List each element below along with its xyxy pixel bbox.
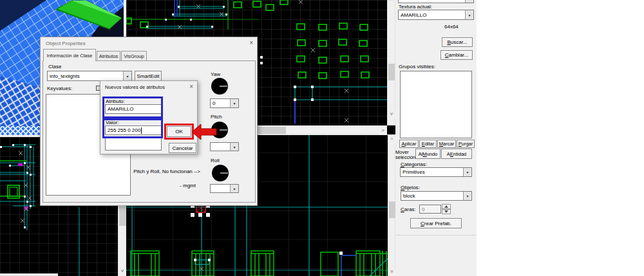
caras-spinner [442, 204, 451, 214]
chevron-right-icon[interactable]: > [379, 127, 387, 134]
clase-label: Clase [48, 64, 61, 69]
roll-label: Roll [211, 158, 220, 163]
clase-combobox[interactable]: info_texlights ▾ [47, 71, 132, 81]
pitch-label: Pitch [211, 114, 222, 120]
chevron-down-icon[interactable]: ▾ [123, 71, 131, 80]
textura-actual-label: Textura actual: [399, 4, 432, 10]
editar-button[interactable]: Editar [419, 140, 437, 148]
dialog-title: Object Properties [46, 41, 86, 46]
chevron-up-icon[interactable]: ^ [388, 136, 395, 143]
pitch-roll-note: Pitch y Roll, No funcionan --> [111, 169, 200, 174]
vscroll-thumb[interactable] [388, 64, 395, 80]
top-partial-combobox[interactable]: ▾ [398, 0, 474, 3]
chevron-down-icon[interactable]: ▾ [463, 192, 471, 200]
objetos-combobox[interactable]: block ▾ [401, 191, 472, 201]
hscroll-thumb[interactable] [257, 127, 286, 134]
roll-combobox[interactable]: ▾ [210, 184, 239, 193]
chevron-down-icon[interactable]: ▾ [465, 0, 473, 3]
chevron-down-icon[interactable]: v [118, 268, 126, 276]
texture-size-label: 64x64 [444, 24, 459, 30]
dialog-titlebar[interactable]: Object Properties × [41, 37, 257, 49]
front-viewport-vscrollbar[interactable]: ^ v [388, 135, 395, 276]
cambiar-button[interactable]: Cambiar... [440, 50, 473, 60]
chevron-down-icon[interactable]: ▾ [465, 10, 473, 19]
tab-atributos[interactable]: Atributos [97, 51, 120, 61]
yaw-dial[interactable] [211, 78, 228, 95]
valor-field[interactable]: 255 255 0 200 [105, 125, 162, 135]
screenshot-root: v > [0, 0, 644, 276]
roll-dial[interactable] [212, 165, 229, 181]
cancel-button[interactable]: Cancelar [169, 143, 196, 153]
top-viewport-vscrollbar[interactable]: v [387, 0, 395, 125]
chevron-down-icon[interactable]: ▾ [230, 185, 238, 192]
spinner-down-icon[interactable] [442, 209, 451, 214]
vscroll-thumb[interactable] [389, 201, 395, 218]
buscar-button[interactable]: Buscar... [442, 37, 473, 47]
pitch-dial[interactable] [211, 122, 228, 138]
dialog-title: Nuevos valores de atributos [105, 84, 165, 90]
text-caret [141, 127, 142, 134]
atributo-label: Atributo: [106, 98, 125, 104]
tab-visgroup[interactable]: VisGroup [121, 51, 147, 61]
categorias-label: Categorias: [401, 161, 427, 167]
hammer-editor-window: v > [0, 0, 477, 276]
chevron-down-icon[interactable]: ▾ [230, 99, 238, 107]
vscroll-thumb[interactable] [119, 207, 126, 226]
crear-prefab-button[interactable]: Crear Prefab. [410, 218, 462, 228]
smartedit-button[interactable]: SmartEdit [135, 71, 162, 81]
yaw-combobox[interactable]: 0 ▾ [210, 98, 239, 108]
purgar-button[interactable]: Purgar [457, 140, 475, 148]
chevron-down-icon[interactable]: ▾ [230, 143, 238, 151]
grupos-listbox[interactable] [400, 71, 472, 138]
close-icon[interactable]: × [189, 84, 193, 90]
almundo-button[interactable]: AlMundo [415, 149, 440, 159]
sidebar-divider [395, 235, 477, 235]
mgmt-note: - mgmt [111, 183, 196, 189]
chevron-down-icon[interactable]: v [388, 111, 395, 118]
texture-sidebar: ▾ Textura actual: AMARILLO ▾ 64x64 Busca… [395, 0, 477, 276]
dialog-titlebar[interactable]: Nuevos valores de atributos × [100, 81, 197, 93]
mover-label-line2: selección: [395, 154, 417, 160]
chevron-down-icon[interactable]: v [388, 268, 395, 276]
nuevos-valores-dialog: Nuevos valores de atributos × Atributo: … [100, 80, 198, 154]
texture-combobox[interactable]: AMARILLO ▾ [398, 10, 474, 20]
marcar-button[interactable]: Marcar [437, 140, 456, 148]
objetos-label: Objetos: [401, 185, 420, 190]
valor-label: Valor: [106, 120, 118, 125]
values-listbox[interactable] [105, 136, 162, 151]
categorias-combobox[interactable]: Primitives ▾ [400, 167, 472, 177]
chevron-down-icon[interactable]: ▾ [463, 168, 471, 176]
spinner-up-icon[interactable] [442, 204, 451, 209]
aplicar-button[interactable]: Aplicar [399, 140, 419, 148]
pitch-combobox[interactable]: ▾ [210, 142, 239, 151]
aentidad-button[interactable]: AEntidad [441, 149, 472, 159]
close-icon[interactable]: × [249, 40, 253, 46]
tab-informacion-de-clase[interactable]: Información de Clase [43, 49, 96, 61]
caras-label: Caras: [401, 207, 416, 212]
grupos-visibles-label: Grupos visibles: [399, 64, 435, 69]
left-viewport-hscrollbar[interactable] [0, 273, 58, 276]
ok-button[interactable]: OK [167, 126, 191, 137]
keyvalues-label: Keyvalues: [47, 86, 72, 91]
caras-field[interactable]: 0 [419, 205, 441, 214]
atributo-field[interactable]: AMARILLO [105, 104, 162, 114]
yaw-label: Yaw [211, 71, 220, 77]
